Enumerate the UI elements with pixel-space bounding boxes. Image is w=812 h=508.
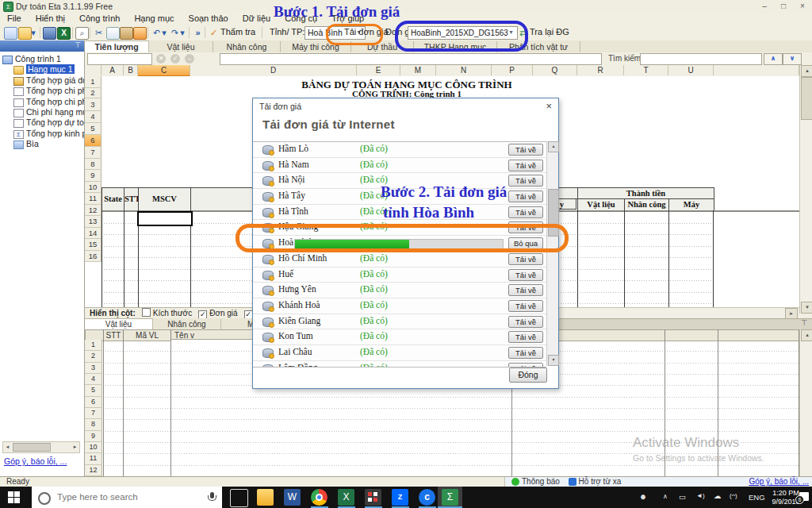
bottom-row-header-1[interactable]: 1 [85,340,102,351]
tree-item-6[interactable]: ΣTổng hợp kinh phí [0,129,84,139]
coccoc-icon[interactable]: c [419,489,435,506]
column-header-C[interactable]: C [138,65,190,77]
menu-item-5[interactable]: Dữ liệu [236,13,278,24]
resource-tab-1[interactable]: Nhân công [153,319,221,329]
row-header-7[interactable]: 7 [85,147,102,159]
column-header-Q[interactable]: Q [533,65,577,75]
menu-item-2[interactable]: Công trình [72,13,127,24]
checkbox-0[interactable] [142,308,151,317]
language-indicator[interactable]: ENG [749,493,765,502]
scroll-thumb[interactable] [801,77,812,120]
task-view-icon[interactable] [230,489,248,507]
menu-item-3[interactable]: Hạng mục [127,13,181,24]
feedback-link[interactable]: Góp ý, báo lỗi, ... [4,456,67,466]
row-header-2[interactable]: 2 [85,88,102,98]
format-brush-icon[interactable] [133,27,147,40]
pin-icon[interactable]: ⊤ [801,319,807,327]
bottom-row-header-3[interactable]: 3 [85,363,102,374]
column-header-B[interactable]: B [124,65,138,75]
taskbar-search[interactable] [32,487,222,508]
tree-item-7[interactable]: Bìa [0,139,84,149]
options-icon[interactable]: – [185,54,194,64]
download-button[interactable]: Tải về [508,331,543,343]
status-ho-tro[interactable]: Hỗ trợ từ xa [579,477,622,486]
row-header-1[interactable]: 1 [85,76,102,88]
scroll-up-icon[interactable]: ▴ [801,329,812,341]
bottom-vscrollbar[interactable]: ▴ [799,329,812,476]
tree-item-1[interactable]: Tổng hợp giá dự thầ [0,75,84,86]
scroll-thumb[interactable] [13,443,51,452]
tray-expand-icon[interactable]: ∧ [663,493,668,500]
download-button[interactable]: Tải về [508,284,543,296]
copy-icon[interactable] [106,27,120,40]
row-header-10[interactable]: 10 [85,182,102,194]
battery-icon[interactable]: ▭ [679,492,686,501]
notification-icon[interactable] [511,478,519,486]
people-icon[interactable]: ☻ [639,492,647,501]
remote-support-icon[interactable] [569,478,576,486]
column-header-U[interactable]: U [668,65,714,75]
status-thong-bao[interactable]: Thông báo [522,477,560,486]
row-header-6[interactable]: 6 [85,135,102,147]
select-all-corner[interactable] [85,65,102,75]
column-header-N[interactable]: N [436,65,492,75]
scroll-down-icon[interactable]: ▾ [548,355,559,366]
volume-icon[interactable]: ◄) [696,492,705,499]
scroll-left-icon[interactable]: ◂ [3,442,12,451]
bottom-row-header-6[interactable]: 6 [85,397,102,408]
word-icon[interactable]: W [284,489,301,506]
formula-input[interactable] [220,53,602,65]
sheet-tab-1[interactable]: Vật liệu [149,41,213,52]
column-header-E[interactable]: E [357,65,400,75]
search-down-icon[interactable]: ∨ [783,53,802,65]
download-button[interactable]: Tải về [508,190,543,202]
column-header-M[interactable]: M [400,65,436,75]
bottom-row-header-5[interactable]: 5 [85,385,102,396]
download-button[interactable]: Tải về [508,300,543,312]
confirm-icon[interactable]: ✓ [170,54,180,64]
row-header-3[interactable]: 3 [85,98,102,111]
row-header-13[interactable]: 13 [85,216,102,228]
scroll-right-icon[interactable]: ▸ [71,442,79,451]
bottom-row-header-9[interactable]: 9 [85,431,102,442]
tham-tra-button[interactable]: Thẩm tra [217,26,259,38]
tree-item-4[interactable]: Chi phí hạng mục ch [0,107,84,117]
minimize-button[interactable]: – [755,0,774,13]
onedrive-icon[interactable]: ☁ [714,491,722,500]
eta-app-icon[interactable]: Σ [442,489,458,506]
sheet-hscrollbar[interactable]: ▸ [523,307,799,319]
taskbar-search-input[interactable] [56,491,193,502]
column-header-D[interactable]: D [190,65,357,75]
zalo-icon[interactable]: Z [392,489,408,506]
column-header-P[interactable]: P [492,65,533,75]
search-input[interactable] [640,53,762,65]
run-icon[interactable]: » [192,27,204,38]
resource-tab-0[interactable]: Vật liệu [85,318,153,329]
print-preview-icon[interactable]: ⌕ [75,27,89,40]
tree-item-5[interactable]: Tổng hợp dự toán gó [0,117,84,128]
cancel-icon[interactable]: ✕ [156,54,166,64]
bottom-row-header-12[interactable]: 12 [85,465,102,476]
close-button[interactable]: × [793,0,812,13]
bottom-row-header-11[interactable]: 11 [85,453,102,464]
bottom-row-header-4[interactable]: 4 [85,374,102,385]
row-header-8[interactable]: 8 [85,159,102,171]
sheet-tab-2[interactable]: Nhân công [213,41,281,52]
lookup-button[interactable]: Tra lại ĐG [527,26,573,38]
row-header-16[interactable]: 16 [85,251,102,263]
row-header-12[interactable]: 12 [85,205,102,217]
download-button[interactable]: Tải về [508,269,543,281]
excel-icon[interactable]: X [338,489,354,506]
bottom-row-header-8[interactable]: 8 [85,419,102,430]
scroll-up-icon[interactable]: ▴ [801,65,812,77]
scroll-down-icon[interactable]: ▾ [801,302,812,314]
column-header-R[interactable]: R [577,65,624,75]
feedback-link[interactable]: Góp ý, báo lỗi, ... [749,477,809,486]
column-header-T[interactable]: T [624,65,668,75]
name-box[interactable] [87,53,152,65]
download-button[interactable]: Tải về [508,347,543,359]
start-button[interactable] [8,491,20,503]
tree-item-3[interactable]: Tổng hợp chi phí thi [0,97,84,107]
sidebar-hscrollbar[interactable]: ◂ ▸ [2,441,80,453]
dialog-close-button[interactable]: Đóng [509,368,547,383]
